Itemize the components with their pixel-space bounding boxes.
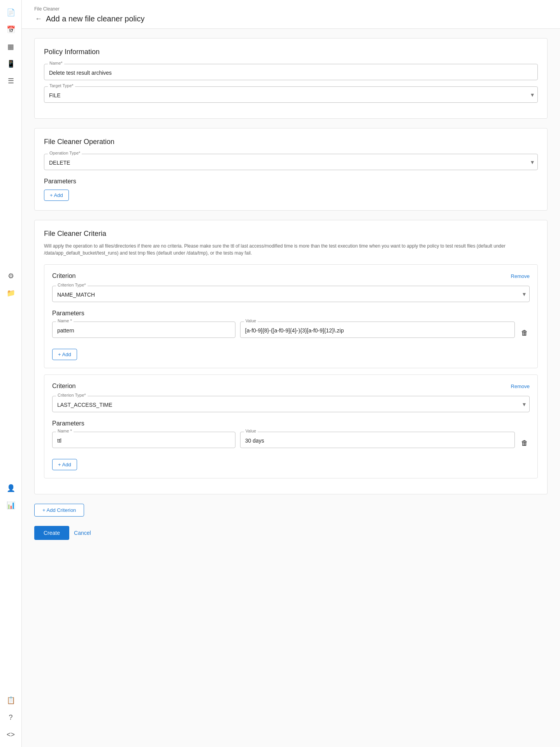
trash-icon: 🗑 [521,329,528,337]
criterion-2-title: Criterion [52,383,75,390]
criterion-1-type-select[interactable]: NAME_MATCH LAST_ACCESS_TIME LAST_MODIFIE… [52,286,530,302]
criterion-1-title: Criterion [52,272,75,279]
criterion-card-1: Criterion Remove Criterion Type* NAME_MA… [44,264,538,368]
criterion-2-params-subsection: Parameters Name * Value 🗑 [52,420,530,470]
criterion-1-type-field-group: Criterion Type* NAME_MATCH LAST_ACCESS_T… [52,286,530,302]
criterion-2-type-select[interactable]: NAME_MATCH LAST_ACCESS_TIME LAST_MODIFIE… [52,396,530,412]
policy-information-section: Policy Information Name* Target Type* FI… [34,38,548,119]
target-type-select[interactable]: FILE DIRECTORY [44,86,538,103]
target-type-label: Target Type* [48,83,75,88]
add-criterion-button[interactable]: + Add Criterion [34,504,84,517]
criterion-1-header: Criterion Remove [52,272,530,279]
name-input[interactable] [44,64,538,80]
target-type-select-wrapper: FILE DIRECTORY ▾ [44,86,538,103]
operation-type-label: Operation Type* [48,151,82,155]
criterion-2-add-param-button[interactable]: + Add [52,459,77,470]
form-actions: Create Cancel [34,526,548,549]
operation-type-select-wrapper: DELETE ARCHIVE ▾ [44,154,538,170]
operation-type-field-group: Operation Type* DELETE ARCHIVE ▾ [44,154,538,170]
help-icon[interactable]: ? [3,710,19,725]
criterion-1-param-value-input[interactable] [240,322,515,338]
criterion-2-param-delete-button[interactable]: 🗑 [520,438,530,449]
criterion-1-add-param-button[interactable]: + Add [52,349,77,360]
criterion-1-params-title: Parameters [52,310,530,317]
criterion-1-remove-button[interactable]: Remove [511,273,530,279]
back-arrow-icon: ← [35,15,42,23]
criterion-2-header: Criterion Remove [52,383,530,390]
cancel-button[interactable]: Cancel [74,530,91,536]
name-label: Name* [48,61,64,65]
params-title: Parameters [44,178,538,185]
bottom-actions: + Add Criterion [34,504,548,517]
document-icon[interactable]: 📄 [3,5,19,20]
content-area: Policy Information Name* Target Type* FI… [22,29,560,747]
criterion-2-param-value-field: Value [240,432,515,448]
folder-icon[interactable]: 📁 [3,285,19,301]
target-type-field-group: Target Type* FILE DIRECTORY ▾ [44,86,538,103]
operation-title: File Cleaner Operation [44,138,538,146]
page-title: Add a new file cleaner policy [46,14,144,23]
criterion-2-param-name-label: Name * [56,429,74,433]
criterion-1-type-label: Criterion Type* [56,283,88,287]
back-button[interactable]: ← [34,14,43,24]
criterion-card-2: Criterion Remove Criterion Type* NAME_MA… [44,374,538,478]
criterion-1-param-value-label: Value [244,318,258,323]
criterion-1-param-name-label: Name * [56,318,74,323]
criterion-2-type-field-group: Criterion Type* NAME_MATCH LAST_ACCESS_T… [52,396,530,412]
criterion-2-param-name-input[interactable] [52,432,235,448]
calendar-icon[interactable]: 📅 [3,22,19,37]
criterion-1-param-name-field: Name * [52,322,235,338]
file-cleaner-criteria-section: File Cleaner Criteria Will apply the ope… [34,220,548,494]
dashboard-icon[interactable]: 📊 [3,497,19,513]
sidebar: 📄 📅 ▦ 📱 ☰ ⚙ 📁 👤 📊 📋 ? <> [0,0,22,747]
mobile-icon[interactable]: 📱 [3,56,19,72]
criterion-1-params-subsection: Parameters Name * Value 🗑 [52,310,530,360]
page-title-row: ← Add a new file cleaner policy [34,14,548,24]
trash-icon-2: 🗑 [521,439,528,447]
settings-icon[interactable]: ⚙ [3,268,19,284]
criterion-1-param-value-field: Value [240,322,515,338]
criterion-2-param-name-field: Name * [52,432,235,448]
server-icon[interactable]: ☰ [3,73,19,89]
criterion-2-type-label: Criterion Type* [56,393,88,397]
criterion-1-param-row-1: Name * Value 🗑 [52,322,530,344]
policy-info-title: Policy Information [44,48,538,56]
name-field-group: Name* [44,64,538,80]
criterion-2-remove-button[interactable]: Remove [511,383,530,389]
file-cleaner-operation-section: File Cleaner Operation Operation Type* D… [34,128,548,211]
breadcrumb: File Cleaner [34,6,548,12]
chart-icon[interactable]: ▦ [3,39,19,54]
person-icon[interactable]: 👤 [3,480,19,496]
parameters-subsection: Parameters + Add [44,178,538,201]
criterion-2-param-value-input[interactable] [240,432,515,448]
code-icon[interactable]: <> [3,727,19,742]
criterion-2-params-title: Parameters [52,420,530,427]
criterion-2-param-row-1: Name * Value 🗑 [52,432,530,454]
list-icon[interactable]: 📋 [3,693,19,708]
main-content: File Cleaner ← Add a new file cleaner po… [22,0,560,747]
operation-type-select[interactable]: DELETE ARCHIVE [44,154,538,170]
criterion-1-param-delete-button[interactable]: 🗑 [520,327,530,339]
page-header: File Cleaner ← Add a new file cleaner po… [22,0,560,29]
add-parameter-button[interactable]: + Add [44,190,69,201]
criterion-1-type-select-wrapper: NAME_MATCH LAST_ACCESS_TIME LAST_MODIFIE… [52,286,530,302]
criterion-2-type-select-wrapper: NAME_MATCH LAST_ACCESS_TIME LAST_MODIFIE… [52,396,530,412]
criterion-1-param-name-input[interactable] [52,322,235,338]
criteria-title: File Cleaner Criteria [44,230,538,238]
criteria-description: Will apply the operation to all files/di… [44,243,538,257]
create-button[interactable]: Create [34,526,69,540]
criterion-2-param-value-label: Value [244,429,258,433]
